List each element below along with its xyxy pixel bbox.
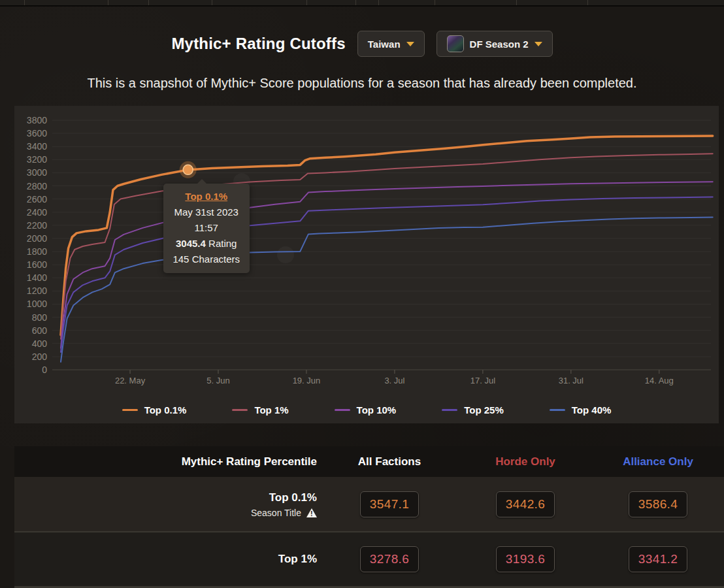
table-column-header: Alliance Only <box>592 455 724 468</box>
cutoff-value-cell: 3586.4 <box>592 491 724 517</box>
y-axis-tick-label: 0 <box>42 365 47 375</box>
navbar-item[interactable] <box>212 0 307 5</box>
series-line <box>61 154 713 339</box>
navbar-item[interactable] <box>149 0 212 5</box>
season-title-text: Season Title <box>251 508 301 518</box>
cutoff-value-badge: 3193.6 <box>496 546 555 572</box>
season-icon <box>447 35 464 52</box>
cutoff-value-cell: 3341.2 <box>592 546 724 572</box>
chevron-down-icon <box>406 42 414 46</box>
x-axis-tick-label: 14. Aug <box>645 376 674 385</box>
season-dropdown[interactable]: DF Season 2 <box>436 31 553 57</box>
chart-tooltip: Top 0.1% May 31st 2023 11:57 3045.4 Rati… <box>163 184 250 273</box>
y-axis-tick-label: 800 <box>32 312 48 323</box>
cutoff-value-badge: 3341.2 <box>629 546 687 572</box>
y-axis-tick-label: 400 <box>32 338 48 349</box>
cutoffs-chart[interactable]: 0200400600800100012001400160018002000220… <box>14 106 719 423</box>
y-axis-tick-label: 2600 <box>27 194 47 204</box>
legend-item[interactable]: Top 10% <box>335 404 397 416</box>
table-row: Top 0.1%Season Title3547.13442.63586.4 <box>14 477 724 531</box>
tooltip-date: May 31st 2023 <box>174 206 239 218</box>
navbar-item[interactable] <box>517 0 588 5</box>
percentile-label: Top 0.1% <box>14 491 317 505</box>
percentile-label: Top 1% <box>14 552 317 566</box>
table-column-header: All Factions <box>320 455 459 468</box>
cutoff-table-body: Top 0.1%Season Title3547.13442.63586.4To… <box>14 477 724 586</box>
chevron-down-icon <box>535 42 542 46</box>
cutoff-value-badge: 3586.4 <box>629 491 687 517</box>
navbar-item[interactable] <box>356 0 379 5</box>
y-axis-tick-label: 2800 <box>27 181 47 191</box>
series-line <box>61 197 713 352</box>
table-header-row: Mythic+ Rating PercentileAll FactionsHor… <box>14 446 724 477</box>
legend-item[interactable]: Top 25% <box>442 404 504 416</box>
navbar-item[interactable] <box>588 0 724 5</box>
tooltip-time: 11:57 <box>195 222 218 233</box>
legend-item[interactable]: Top 0.1% <box>122 404 187 416</box>
legend-swatch-icon <box>550 409 565 411</box>
navbar-item[interactable] <box>108 0 149 5</box>
table-column-header: Mythic+ Rating Percentile <box>14 455 320 468</box>
legend-label: Top 1% <box>254 404 288 416</box>
region-dropdown-label: Taiwan <box>368 39 401 50</box>
season-title-sublabel: Season Title <box>14 508 317 518</box>
top-navbar <box>0 0 724 7</box>
navbar-item[interactable] <box>25 0 108 5</box>
y-axis-tick-label: 200 <box>32 351 48 362</box>
tooltip-rating: 3045.4 Rating <box>176 238 237 249</box>
y-axis-tick-label: 3800 <box>27 115 47 125</box>
x-axis-tick-label: 3. Jul <box>384 376 404 385</box>
legend-item[interactable]: Top 1% <box>232 404 288 416</box>
y-axis-tick-label: 1600 <box>27 259 47 270</box>
navbar-item[interactable] <box>379 0 435 5</box>
cutoff-value-badge: 3278.6 <box>360 546 419 572</box>
y-axis-tick-label: 1800 <box>27 246 47 257</box>
page-title: Mythic+ Rating Cutoffs <box>171 35 345 53</box>
series-line <box>61 136 713 335</box>
table-row: Top 1%3278.63193.63341.2 <box>14 531 724 586</box>
legend-swatch-icon <box>122 409 138 411</box>
y-axis-tick-label: 2000 <box>27 233 47 244</box>
y-axis-tick-label: 3400 <box>27 141 47 152</box>
page-subtitle: This is a snapshot of Mythic+ Score popu… <box>0 76 724 91</box>
legend-label: Top 40% <box>572 404 612 416</box>
y-axis-tick-label: 1400 <box>27 272 47 283</box>
y-axis-tick-label: 600 <box>32 325 48 336</box>
y-axis-tick-label: 1000 <box>27 299 47 309</box>
warning-icon[interactable] <box>306 508 317 517</box>
cutoff-table: Mythic+ Rating PercentileAll FactionsHor… <box>14 446 724 588</box>
legend-label: Top 25% <box>464 404 504 416</box>
legend-swatch-icon <box>335 409 350 411</box>
legend-swatch-icon <box>442 409 457 411</box>
legend-label: Top 0.1% <box>144 404 187 416</box>
y-axis-tick-label: 1200 <box>27 286 47 296</box>
cutoff-value-cell: 3547.1 <box>320 491 459 517</box>
legend-item[interactable]: Top 40% <box>550 404 612 416</box>
legend-label: Top 10% <box>357 404 397 416</box>
tooltip-series-title: Top 0.1% <box>167 189 246 204</box>
cutoffs-chart-panel: 0200400600800100012001400160018002000220… <box>14 106 719 423</box>
season-dropdown-label: DF Season 2 <box>470 39 529 50</box>
navbar-item[interactable] <box>435 0 517 5</box>
x-axis-tick-label: 19. Jun <box>293 376 321 385</box>
navbar-item[interactable] <box>307 0 356 5</box>
watermark-bubble <box>277 246 294 263</box>
page: Mythic+ Rating Cutoffs Taiwan DF Season … <box>0 0 724 588</box>
percentile-label-cell: Top 1% <box>14 552 320 566</box>
region-dropdown[interactable]: Taiwan <box>357 31 425 57</box>
cutoff-value-cell: 3278.6 <box>320 546 459 572</box>
x-axis-tick-label: 5. Jun <box>206 376 229 385</box>
tooltip-characters: 145 Characters <box>173 253 240 265</box>
cutoff-value-badge: 3442.6 <box>496 491 555 517</box>
y-axis-tick-label: 3200 <box>27 154 47 165</box>
x-axis-tick-label: 22. May <box>115 376 146 385</box>
page-header: Mythic+ Rating Cutoffs Taiwan DF Season … <box>0 29 724 58</box>
chart-legend: Top 0.1%Top 1%Top 10%Top 25%Top 40% <box>14 399 719 421</box>
y-axis-tick-label: 2200 <box>27 220 47 231</box>
cutoff-value-cell: 3193.6 <box>459 546 592 572</box>
data-point-marker[interactable] <box>183 165 193 174</box>
y-axis-tick-label: 3600 <box>27 128 47 139</box>
x-axis-tick-label: 31. Jul <box>559 376 584 385</box>
navbar-item[interactable] <box>0 0 25 5</box>
y-axis-tick-label: 2400 <box>27 207 47 218</box>
